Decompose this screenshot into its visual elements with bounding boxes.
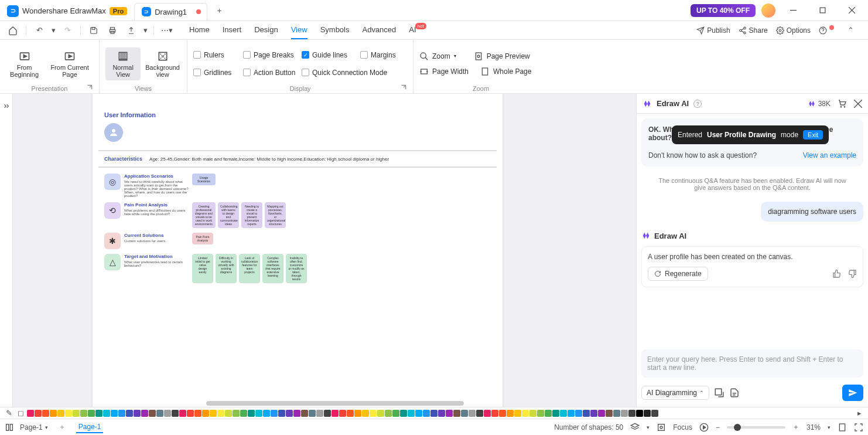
color-swatch[interactable] [179, 410, 186, 417]
canvas-area[interactable]: User Information Characteristics Age: 25… [13, 94, 636, 407]
guide-lines-checkbox[interactable]: Guide lines [302, 49, 360, 61]
color-swatch[interactable] [27, 410, 34, 417]
expand-icon[interactable] [400, 84, 407, 91]
color-swatch[interactable] [545, 410, 552, 417]
color-swatch[interactable] [301, 410, 308, 417]
color-swatch[interactable] [362, 410, 369, 417]
tab-ai[interactable]: AIhot [409, 21, 426, 39]
thumbs-down-button[interactable] [848, 269, 857, 278]
page-breaks-checkbox[interactable]: Page Breaks [243, 49, 302, 61]
print-button[interactable] [104, 23, 121, 38]
color-swatch[interactable] [286, 410, 293, 417]
color-swatch[interactable] [636, 410, 643, 417]
eyedropper-icon[interactable]: ✎ [4, 408, 14, 419]
export-dropdown[interactable]: ▾ [142, 23, 149, 38]
expand-icon[interactable] [86, 84, 93, 91]
color-swatch[interactable] [514, 410, 521, 417]
color-swatch[interactable] [552, 410, 559, 417]
color-swatch[interactable] [377, 410, 384, 417]
color-swatch[interactable] [149, 410, 156, 417]
zoom-in-button[interactable]: ＋ [792, 422, 799, 432]
color-swatch[interactable] [461, 410, 468, 417]
color-swatch[interactable] [225, 410, 232, 417]
more-dropdown[interactable]: ⋯▾ [159, 23, 175, 38]
color-swatch[interactable] [255, 410, 262, 417]
publish-button[interactable]: Publish [696, 26, 730, 35]
close-button[interactable] [840, 2, 863, 19]
maximize-button[interactable] [811, 2, 834, 19]
color-swatch[interactable] [118, 410, 125, 417]
view-example-link[interactable]: View an example [803, 151, 856, 159]
cart-icon[interactable] [838, 99, 847, 108]
color-swatch[interactable] [628, 410, 635, 417]
color-swatch[interactable] [88, 410, 95, 417]
undo-button[interactable]: ↶ [31, 23, 47, 38]
color-swatch[interactable] [583, 410, 590, 417]
color-swatch[interactable] [141, 410, 148, 417]
color-swatch[interactable] [187, 410, 194, 417]
page-selector[interactable]: Page-1▾ [20, 423, 48, 431]
color-swatch[interactable] [499, 410, 506, 417]
color-swatch[interactable] [430, 410, 438, 417]
share-button[interactable]: Share [739, 26, 768, 35]
expand-left-panel-button[interactable] [0, 94, 13, 407]
color-swatch[interactable] [476, 410, 483, 417]
color-swatch[interactable] [80, 410, 87, 417]
color-swatch[interactable] [217, 410, 224, 417]
horizontal-scrollbar[interactable] [13, 401, 636, 407]
play-icon[interactable] [699, 423, 709, 432]
add-page-button[interactable]: ＋ [59, 422, 66, 432]
normal-view-button[interactable]: Normal View [105, 47, 141, 80]
undo-dropdown[interactable]: ▾ [50, 23, 57, 38]
layers-icon[interactable] [630, 423, 640, 432]
color-swatch[interactable] [370, 410, 377, 417]
color-swatch[interactable] [339, 410, 346, 417]
color-swatch[interactable] [598, 410, 605, 417]
minimize-button[interactable] [781, 2, 805, 19]
insert-to-canvas-button[interactable] [714, 388, 725, 398]
ai-mode-select[interactable]: AI Diagramming⌃ [641, 386, 709, 400]
promo-banner[interactable]: UP TO 40% OFF [691, 4, 756, 17]
color-swatch[interactable] [347, 410, 354, 417]
color-swatch[interactable] [172, 410, 179, 417]
color-swatch[interactable] [415, 410, 422, 417]
tab-design[interactable]: Design [254, 21, 278, 39]
color-swatch[interactable] [324, 410, 331, 417]
fullscreen-icon[interactable] [854, 423, 863, 432]
color-swatch[interactable] [278, 410, 285, 417]
color-swatch[interactable] [644, 410, 651, 417]
color-swatch[interactable] [453, 410, 460, 417]
fit-page-icon[interactable] [838, 423, 847, 432]
help-icon[interactable]: ? [693, 100, 702, 108]
send-button[interactable] [842, 385, 863, 401]
zoom-value[interactable]: 31% [807, 423, 821, 431]
color-swatch[interactable] [484, 410, 491, 417]
color-swatch[interactable] [316, 410, 323, 417]
color-swatch[interactable] [271, 410, 278, 417]
exit-mode-button[interactable]: Exit [803, 130, 823, 140]
color-swatch[interactable] [408, 410, 415, 417]
color-swatch[interactable] [491, 410, 498, 417]
color-swatch[interactable] [111, 410, 118, 417]
canvas-page[interactable]: User Information Characteristics Age: 25… [93, 94, 503, 407]
margins-checkbox[interactable]: Margins [360, 49, 410, 61]
zoom-out-button[interactable]: − [716, 423, 720, 431]
color-swatch[interactable] [590, 410, 597, 417]
color-swatch[interactable] [73, 410, 80, 417]
zoom-slider[interactable] [727, 426, 785, 429]
color-swatch[interactable] [35, 410, 42, 417]
color-swatch[interactable] [240, 410, 247, 417]
color-swatch[interactable] [210, 410, 217, 417]
gridlines-checkbox[interactable]: Gridlines [193, 67, 243, 79]
from-beginning-button[interactable]: From Beginning [6, 47, 43, 80]
home-icon[interactable] [5, 23, 21, 38]
rulers-checkbox[interactable]: Rulers [193, 49, 243, 61]
color-swatch[interactable] [95, 410, 102, 417]
color-swatch[interactable] [522, 410, 529, 417]
collapse-ribbon-button[interactable]: ⌃ [842, 23, 859, 38]
color-swatch[interactable] [354, 410, 361, 417]
color-swatch[interactable] [103, 410, 110, 417]
document-button[interactable] [729, 388, 740, 398]
close-panel-button[interactable] [854, 100, 862, 108]
color-swatch[interactable] [50, 410, 57, 417]
